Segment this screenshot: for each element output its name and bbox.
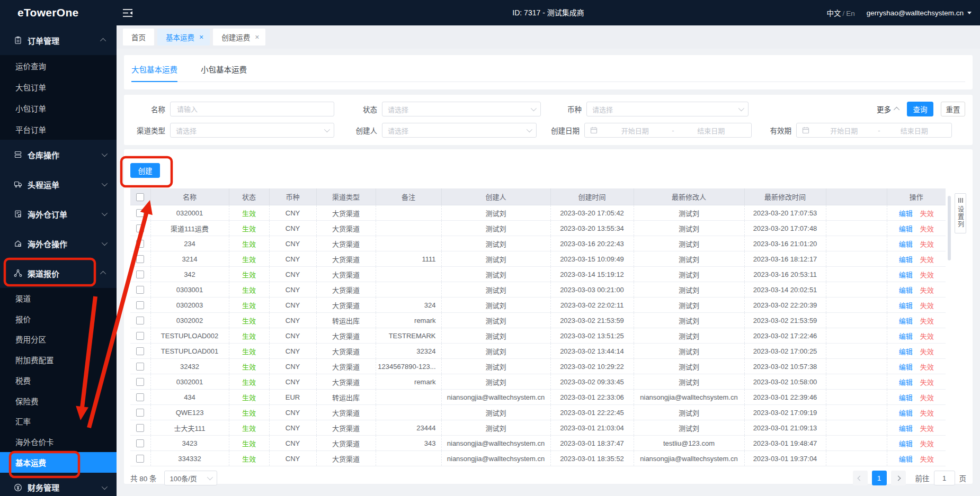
disable-link[interactable]: 失效 xyxy=(920,363,934,371)
disable-link[interactable]: 失效 xyxy=(920,394,934,402)
filter-select-status[interactable]: 请选择 xyxy=(382,102,541,116)
select-all-checkbox[interactable] xyxy=(136,193,144,201)
disable-link[interactable]: 失效 xyxy=(920,271,934,279)
user-menu[interactable]: gerryshao@walltechsystem.cn xyxy=(867,9,972,17)
edit-link[interactable]: 编辑 xyxy=(899,302,913,310)
row-checkbox[interactable] xyxy=(136,409,144,417)
filter-input-name[interactable] xyxy=(170,102,334,116)
tab-home[interactable]: 首页 xyxy=(123,29,154,46)
sidebar-item-platform-orders[interactable]: 平台订单 xyxy=(0,119,117,140)
disable-link[interactable]: 失效 xyxy=(920,210,934,218)
edit-link[interactable]: 编辑 xyxy=(899,240,913,248)
row-checkbox[interactable] xyxy=(136,270,144,278)
row-checkbox[interactable] xyxy=(136,255,144,263)
filter-select-channel-type[interactable]: 请选择 xyxy=(170,123,334,138)
sidebar-item-overseas-warehouse-operations[interactable]: 海外仓操作 xyxy=(0,229,117,258)
disable-link[interactable]: 失效 xyxy=(920,409,934,417)
row-checkbox[interactable] xyxy=(136,378,144,386)
disable-link[interactable]: 失效 xyxy=(920,240,934,248)
sidebar-item-surcharge-config[interactable]: 附加费配置 xyxy=(0,349,117,370)
prev-page-button[interactable] xyxy=(853,471,868,485)
disable-link[interactable]: 失效 xyxy=(920,317,934,325)
row-checkbox[interactable] xyxy=(136,240,144,248)
disable-link[interactable]: 失效 xyxy=(920,225,934,233)
edit-link[interactable]: 编辑 xyxy=(899,271,913,279)
sidebar-item-exchange-rate[interactable]: 汇率 xyxy=(0,411,117,432)
sidebar-item-overseas-warehouse-orders[interactable]: 海外仓订单 xyxy=(0,199,117,229)
page-size-select[interactable]: 100条/页 xyxy=(164,471,217,485)
disable-link[interactable]: 失效 xyxy=(920,348,934,356)
row-checkbox[interactable] xyxy=(136,363,144,371)
filter-select-creator[interactable]: 请选择 xyxy=(382,123,537,138)
sidebar-item-channel-quotation[interactable]: 渠道报价 xyxy=(0,258,117,288)
row-checkbox[interactable] xyxy=(136,317,144,324)
tab-small-parcel-basic-freight[interactable]: 小包基本运费 xyxy=(201,64,247,82)
edit-link[interactable]: 编辑 xyxy=(899,225,913,233)
disable-link[interactable]: 失效 xyxy=(920,455,934,463)
filter-input-name[interactable] xyxy=(176,105,328,114)
tab-big-parcel-basic-freight[interactable]: 大包基本运费 xyxy=(131,64,177,82)
disable-link[interactable]: 失效 xyxy=(920,256,934,264)
search-button[interactable]: 查询 xyxy=(907,102,933,116)
table-scrollbar[interactable] xyxy=(948,196,951,260)
sidebar-item-overseas-price-card[interactable]: 海外仓价卡 xyxy=(0,431,117,452)
create-button[interactable]: 创建 xyxy=(130,163,160,178)
sidebar-item-freight-inquiry[interactable]: 运价查询 xyxy=(0,55,117,76)
sidebar-item-insurance[interactable]: 保险费 xyxy=(0,391,117,411)
edit-link[interactable]: 编辑 xyxy=(899,332,913,340)
filter-daterange-valid-period[interactable]: 开始日期-结束日期 xyxy=(796,123,952,138)
disable-link[interactable]: 失效 xyxy=(920,425,934,432)
filter-select-currency[interactable]: 请选择 xyxy=(586,102,749,116)
edit-link[interactable]: 编辑 xyxy=(899,394,913,402)
tab-basic-freight[interactable]: 基本运费× xyxy=(157,29,210,46)
edit-link[interactable]: 编辑 xyxy=(899,363,913,371)
sidebar-item-tax[interactable]: 税费 xyxy=(0,370,117,391)
row-checkbox[interactable] xyxy=(136,439,144,447)
disable-link[interactable]: 失效 xyxy=(920,332,934,340)
more-toggle[interactable]: 更多 xyxy=(877,104,899,114)
row-checkbox[interactable] xyxy=(136,455,144,463)
row-checkbox[interactable] xyxy=(136,209,144,217)
tab-create-freight[interactable]: 创建运费× xyxy=(213,29,265,46)
edit-link[interactable]: 编辑 xyxy=(899,256,913,264)
language-switch[interactable]: 中文/En xyxy=(826,7,854,18)
sidebar-item-big-parcel-orders[interactable]: 大包订单 xyxy=(0,76,117,97)
edit-link[interactable]: 编辑 xyxy=(899,286,913,294)
disable-link[interactable]: 失效 xyxy=(920,440,934,448)
sidebar-item-quotation[interactable]: 报价 xyxy=(0,309,117,329)
row-checkbox[interactable] xyxy=(136,347,144,355)
column-settings-button[interactable]: 设置列 xyxy=(955,193,966,233)
sidebar-item-small-parcel-orders[interactable]: 小包订单 xyxy=(0,97,117,119)
sidebar-item-basic-freight[interactable]: 基本运费 xyxy=(0,452,117,473)
close-icon[interactable]: × xyxy=(255,33,259,41)
close-icon[interactable]: × xyxy=(199,33,203,41)
sidebar-item-finance-management[interactable]: 财务管理 xyxy=(0,473,117,496)
goto-page-input[interactable] xyxy=(934,471,955,485)
reset-button[interactable]: 重置 xyxy=(941,102,965,116)
edit-link[interactable]: 编辑 xyxy=(899,425,913,432)
row-checkbox[interactable] xyxy=(136,424,144,432)
edit-link[interactable]: 编辑 xyxy=(899,409,913,417)
edit-link[interactable]: 编辑 xyxy=(899,378,913,386)
row-checkbox[interactable] xyxy=(136,224,144,232)
row-checkbox[interactable] xyxy=(136,393,144,401)
edit-link[interactable]: 编辑 xyxy=(899,210,913,218)
sidebar-item-warehouse-operations[interactable]: 仓库操作 xyxy=(0,140,117,169)
edit-link[interactable]: 编辑 xyxy=(899,317,913,325)
current-page-button[interactable]: 1 xyxy=(872,471,887,485)
row-checkbox[interactable] xyxy=(136,332,144,340)
next-page-button[interactable] xyxy=(891,471,906,485)
filter-daterange-create-date[interactable]: 开始日期-结束日期 xyxy=(584,123,752,138)
sidebar-item-order-management[interactable]: 订单管理 xyxy=(0,25,117,55)
disable-link[interactable]: 失效 xyxy=(920,286,934,294)
disable-link[interactable]: 失效 xyxy=(920,378,934,386)
sidebar-item-channel[interactable]: 渠道 xyxy=(0,288,117,309)
sidebar-item-fee-zone[interactable]: 费用分区 xyxy=(0,329,117,350)
disable-link[interactable]: 失效 xyxy=(920,302,934,310)
edit-link[interactable]: 编辑 xyxy=(899,348,913,356)
edit-link[interactable]: 编辑 xyxy=(899,455,913,463)
edit-link[interactable]: 编辑 xyxy=(899,440,913,448)
row-checkbox[interactable] xyxy=(136,286,144,294)
row-checkbox[interactable] xyxy=(136,301,144,309)
sidebar-item-first-leg-shipments[interactable]: 头程运单 xyxy=(0,169,117,199)
